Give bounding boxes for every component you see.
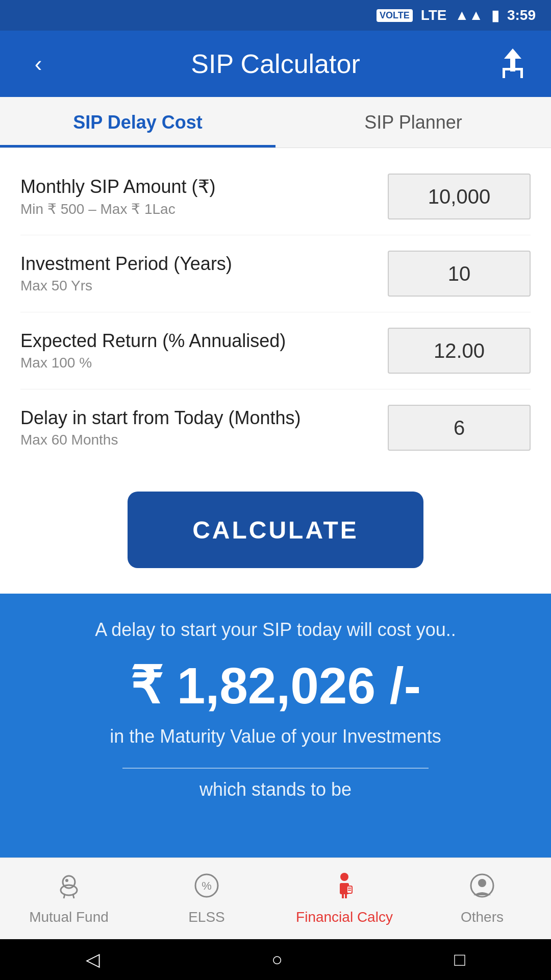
nav-label-elss: ELSS: [188, 909, 225, 925]
nav-item-elss[interactable]: % ELSS: [138, 872, 276, 925]
svg-rect-4: [520, 68, 523, 78]
lte-signal: LTE: [421, 7, 447, 23]
monthly-sip-row: Monthly SIP Amount (₹) Min ₹ 500 – Max ₹…: [20, 158, 531, 235]
battery-icon: ▮: [491, 7, 499, 24]
tab-bar: SIP Delay Cost SIP Planner: [0, 97, 551, 148]
svg-line-8: [73, 894, 74, 898]
calculate-button-area: CALCULATE: [0, 476, 551, 594]
result-subtitle: A delay to start your SIP today will cos…: [95, 619, 456, 641]
svg-point-20: [478, 879, 486, 887]
expected-return-label: Expected Return (% Annualised) Max 100 %: [20, 330, 388, 371]
investment-period-label: Investment Period (Years) Max 50 Yrs: [20, 253, 388, 294]
person-circle-icon: [468, 872, 496, 905]
result-area: A delay to start your SIP today will cos…: [0, 594, 551, 821]
nav-item-financial-calcy[interactable]: Financial Calcy: [276, 872, 413, 925]
clock: 3:59: [507, 7, 536, 23]
nav-label-others: Others: [461, 909, 504, 925]
svg-rect-14: [342, 894, 344, 898]
android-recent-button[interactable]: □: [454, 949, 465, 970]
result-divider: [122, 768, 429, 769]
nav-label-financial-calcy: Financial Calcy: [296, 909, 393, 925]
android-nav-bar: ◁ ○ □: [0, 939, 551, 980]
tab-sip-delay-cost[interactable]: SIP Delay Cost: [0, 97, 276, 148]
result-description: in the Maturity Value of your Investment…: [110, 726, 441, 747]
piggy-bank-icon: [55, 872, 83, 905]
percent-badge-icon: %: [193, 872, 220, 905]
svg-point-12: [340, 873, 348, 881]
svg-point-6: [61, 885, 77, 895]
delay-months-input[interactable]: [388, 405, 531, 451]
result-amount: ₹ 1,82,026 /-: [130, 656, 421, 716]
nav-item-mutual-fund[interactable]: Mutual Fund: [0, 872, 138, 925]
svg-text:%: %: [202, 879, 212, 892]
tab-sip-planner[interactable]: SIP Planner: [276, 97, 551, 148]
investment-period-row: Investment Period (Years) Max 50 Yrs: [20, 235, 531, 312]
calculator-form: Monthly SIP Amount (₹) Min ₹ 500 – Max ₹…: [0, 148, 551, 476]
expected-return-row: Expected Return (% Annualised) Max 100 %: [20, 312, 531, 389]
nav-item-others[interactable]: Others: [413, 872, 551, 925]
android-back-button[interactable]: ◁: [86, 949, 100, 970]
calculator-person-icon: [331, 872, 358, 905]
nav-label-mutual-fund: Mutual Fund: [29, 909, 109, 925]
share-button[interactable]: [495, 46, 531, 82]
monthly-sip-label: Monthly SIP Amount (₹) Min ₹ 500 – Max ₹…: [20, 176, 388, 217]
delay-months-row: Delay in start from Today (Months) Max 6…: [20, 389, 531, 466]
svg-point-9: [65, 879, 68, 882]
android-home-button[interactable]: ○: [271, 949, 283, 970]
page-title: SIP Calculator: [56, 48, 495, 79]
svg-rect-2: [503, 68, 523, 70]
monthly-sip-input[interactable]: [388, 174, 531, 219]
expected-return-input[interactable]: [388, 328, 531, 374]
status-bar: VOLTE LTE ▲▲ ▮ 3:59: [0, 0, 551, 31]
svg-rect-3: [503, 68, 505, 78]
share-icon: [500, 48, 525, 79]
volte-badge: VOLTE: [377, 9, 413, 22]
back-button[interactable]: ‹: [20, 46, 56, 82]
result-stands-label: which stands to be: [199, 779, 352, 800]
investment-period-input[interactable]: [388, 251, 531, 297]
svg-marker-1: [504, 48, 521, 59]
delay-months-label: Delay in start from Today (Months) Max 6…: [20, 407, 388, 448]
svg-rect-15: [345, 894, 347, 898]
calculate-button[interactable]: CALCULATE: [128, 492, 423, 568]
svg-line-7: [64, 894, 65, 898]
app-header: ‹ SIP Calculator: [0, 31, 551, 97]
bottom-nav: Mutual Fund % ELSS Financial Calcy: [0, 857, 551, 939]
signal-bars: ▲▲: [455, 7, 483, 23]
